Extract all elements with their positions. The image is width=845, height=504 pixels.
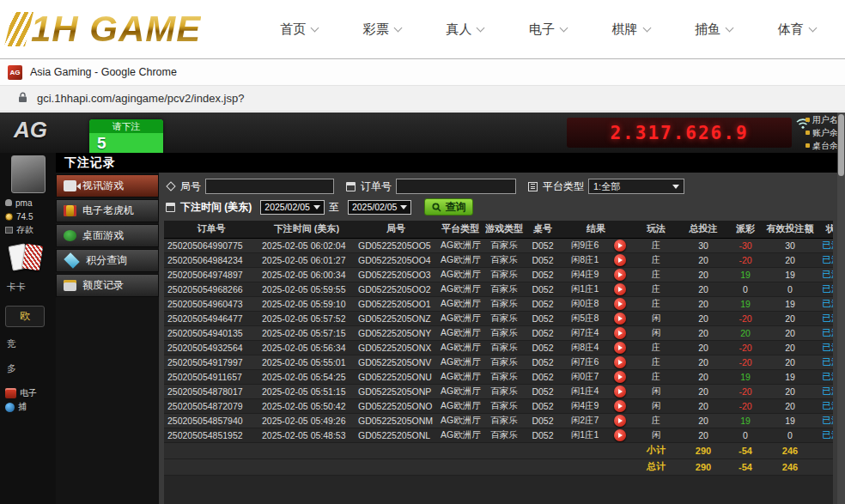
dialog-sidebar: 视讯游戏 电子老虎机 桌面游戏 积分查询 (56, 173, 159, 504)
cell-game-type: 百家乐 (483, 340, 525, 355)
replay-button[interactable] (614, 327, 626, 339)
bet-time-label: 下注时间 (美东) (180, 200, 252, 215)
bet-table-body: 250205064990775 2025-02-05 06:02:04 GD05… (164, 238, 833, 442)
replay-button[interactable] (614, 342, 626, 354)
cell-platform: AG欧洲厅 (437, 252, 483, 267)
browser-scrollbar[interactable] (837, 112, 845, 504)
nav-item-live[interactable]: 真人 (446, 21, 483, 38)
cell-payout: 0 (726, 282, 765, 296)
cell-result: 闲0庄8 (561, 296, 609, 311)
cell-game-type: 百家乐 (483, 384, 525, 398)
cell-result: 闲9庄6 (561, 238, 609, 252)
col-status: 状态 (815, 221, 833, 238)
cell-bet-time: 2025-02-05 05:51:15 (258, 384, 355, 398)
cell-play-type: 闲 (631, 428, 681, 442)
replay-button[interactable] (614, 386, 626, 398)
cell-platform: AG欧洲厅 (437, 428, 483, 442)
nav-item-home[interactable]: 首页 (280, 21, 318, 38)
nav-item-lottery[interactable]: 彩票 (363, 21, 401, 38)
cell-table-no: D052 (525, 340, 561, 355)
cell-valid-bet: 20 (765, 325, 815, 340)
cell-result: 闲7庄4 (561, 325, 609, 340)
replay-button[interactable] (614, 240, 626, 252)
round-input[interactable] (205, 179, 334, 194)
cell-bet-time: 2025-02-05 05:57:15 (258, 325, 355, 340)
dialog-title: 下注记录 (56, 153, 837, 173)
replay-button[interactable] (614, 415, 626, 427)
slot-machine-icon (64, 205, 76, 216)
dropdown-arrow-icon (313, 205, 320, 209)
replay-button[interactable] (614, 429, 626, 441)
replay-button[interactable] (614, 400, 626, 412)
cell-platform: AG欧洲厅 (437, 340, 483, 355)
nav-item-sports[interactable]: 体育 (778, 21, 816, 38)
cell-bet-time: 2025-02-05 05:48:53 (258, 428, 355, 442)
sidebar-item-table-games[interactable]: 桌面游戏 (56, 224, 159, 247)
sidebar-item-points-query[interactable]: 积分查询 (56, 249, 159, 272)
cell-status: 已派彩 (815, 384, 833, 398)
cell-order-number: 250205054851952 (164, 428, 258, 442)
cell-total-bet: 20 (681, 296, 726, 311)
sidebar-item-label: 视讯游戏 (82, 179, 124, 193)
deposit-button[interactable]: 存款 (0, 224, 56, 236)
site-logo: 1H GAME (0, 9, 251, 50)
round-number-icon (166, 181, 175, 191)
lobby-label-duo[interactable]: 多 (0, 362, 56, 375)
filter-row-2: 下注时间 (美东) 2025/02/05 至 2025/02/05 (166, 198, 833, 216)
table-row: 250205054878017 2025-02-05 05:51:15 GD05… (164, 384, 833, 398)
lobby-label-jing[interactable]: 竞 (0, 337, 56, 350)
address-bar[interactable]: gci.1hhapi.com/agingame/pcv2/index.jsp? (0, 86, 845, 112)
cell-order-number: 250205054946477 (164, 311, 258, 325)
replay-button[interactable] (614, 254, 626, 266)
cell-bet-time: 2025-02-05 06:01:27 (258, 252, 355, 267)
replay-button[interactable] (614, 298, 626, 310)
cell-payout: 19 (726, 267, 765, 282)
nav-item-slots[interactable]: 电子 (529, 21, 567, 38)
cell-platform: AG欧洲厅 (437, 369, 483, 384)
nav-item-fishing[interactable]: 捕鱼 (695, 21, 733, 38)
fishing-label: 捕 (18, 401, 27, 413)
col-game-type: 游戏类型 (483, 221, 525, 238)
nav-label: 彩票 (363, 21, 389, 38)
cell-round-number: GD05225205ONY (355, 325, 437, 340)
cell-round-number: GD05225205OO4 (355, 252, 437, 267)
lobby-item-fishing[interactable]: 捕 (0, 401, 56, 413)
sidebar-item-credit-record[interactable]: 额度记录 (56, 274, 159, 297)
sidebar-item-label: 桌面游戏 (82, 228, 124, 243)
cell-table-no: D052 (525, 267, 561, 282)
search-button[interactable]: 查询 (424, 198, 473, 216)
replay-button[interactable] (614, 269, 626, 281)
cell-game-type: 百家乐 (483, 252, 525, 267)
replay-button[interactable] (614, 313, 626, 325)
lobby-item-slots[interactable]: 电子 (0, 387, 56, 399)
cell-valid-bet: 19 (765, 413, 815, 428)
avatar[interactable] (11, 155, 46, 193)
cell-replay (609, 325, 631, 340)
order-label: 订单号 (361, 179, 392, 194)
cell-payout: -20 (726, 355, 765, 369)
cell-play-type: 闲 (631, 325, 681, 340)
sidebar-item-slot-machines[interactable]: 电子老虎机 (56, 199, 159, 222)
lobby-hall-button[interactable]: 欧 (5, 306, 45, 327)
cell-replay (609, 252, 631, 267)
date-to-button[interactable]: 2025/02/05 (348, 200, 412, 215)
cell-valid-bet: 20 (765, 355, 815, 369)
replay-button[interactable] (614, 371, 626, 383)
cell-status: 已派彩 (815, 428, 833, 442)
nav-item-board[interactable]: 棋牌 (612, 21, 650, 38)
cell-status: 已派彩 (815, 267, 833, 282)
cell-valid-bet: 19 (765, 369, 815, 384)
cell-total-bet: 20 (681, 311, 726, 325)
sidebar-item-video-games[interactable]: 视讯游戏 (56, 174, 159, 197)
table-row: 250205064984234 2025-02-05 06:01:27 GD05… (164, 252, 833, 267)
cell-table-no: D052 (525, 413, 561, 428)
replay-button[interactable] (614, 283, 626, 295)
date-from-button[interactable]: 2025/02/05 (260, 200, 325, 215)
replay-button[interactable] (614, 356, 626, 368)
scrollbar-thumb[interactable] (838, 114, 844, 176)
platform-select[interactable]: 1:全部 (588, 179, 684, 194)
order-input[interactable] (396, 179, 516, 194)
cell-result: 闲1庄1 (561, 428, 609, 442)
cell-round-number: GD05225205ONM (355, 413, 437, 428)
cell-result: 闲1庄4 (561, 384, 609, 398)
